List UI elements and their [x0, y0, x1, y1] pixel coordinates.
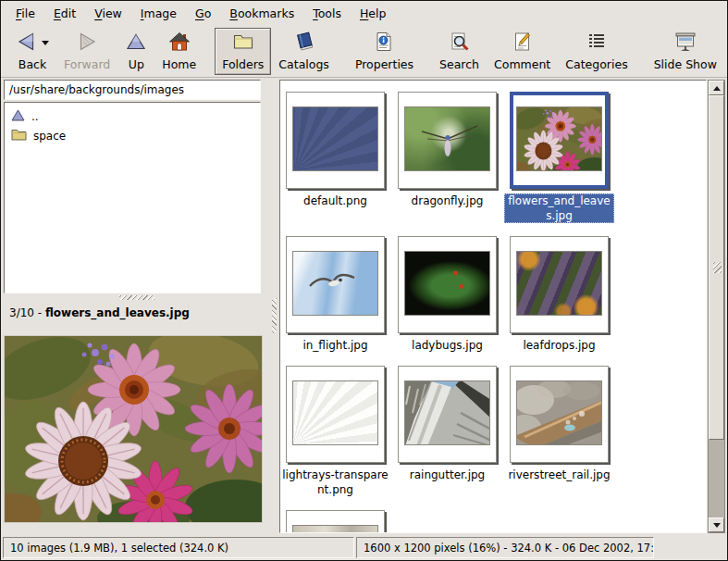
properties-label: Properties [355, 58, 413, 71]
thumbnail-label: flowers_and_leaves.jpg [504, 193, 614, 223]
arrow-up-icon [713, 86, 721, 91]
folders-button[interactable]: Folders [215, 28, 271, 75]
image-preview [4, 335, 263, 523]
thumbnail-in-flight[interactable]: in_flight.jpg [286, 236, 385, 353]
thumbnail-image-flowers [516, 106, 602, 171]
thumbnail-leafdrops[interactable]: leafdrops.jpg [510, 236, 609, 353]
folder-item-label: space [33, 130, 66, 143]
folder-icon [232, 31, 254, 56]
horizontal-splitter[interactable] [4, 293, 269, 302]
thumbnail-partial[interactable] [286, 510, 385, 533]
home-label: Home [162, 58, 196, 71]
menu-view[interactable]: View [85, 2, 131, 25]
info-separator: - [34, 306, 45, 319]
back-icon [16, 31, 38, 56]
forward-label: Forward [64, 58, 110, 71]
image-info-bar: 3/10 - flowers_and_leaves.jpg [4, 302, 269, 324]
thumbnail-image-ladybugs [404, 251, 490, 316]
thumbnail-label: dragonfly.jpg [392, 193, 502, 208]
comment-icon [512, 31, 534, 56]
full-screen-button[interactable]: Full Screen [724, 28, 728, 75]
home-button[interactable]: Home [154, 28, 204, 75]
thumbnail-image-raingutter [404, 380, 490, 445]
thumbnail-image-in-flight [292, 251, 378, 316]
vertical-splitter[interactable] [269, 78, 279, 535]
back-button[interactable]: Back [8, 28, 56, 75]
arrow-down-icon [713, 523, 721, 528]
status-image-details: 1600 x 1200 pixels (16%) - 324.0 K - 06 … [356, 537, 654, 558]
back-history-dropdown-icon[interactable] [42, 41, 49, 45]
menu-image[interactable]: Image [131, 2, 186, 25]
scrollbar-grip [713, 262, 722, 273]
thumbnail-view: default.png dragonfly.jpg flowers_and_le… [279, 80, 707, 533]
info-document-icon [373, 31, 395, 56]
thumbnail-label: ladybugs.jpg [392, 338, 502, 353]
menubar: File Edit View Image Go Bookmarks Tools … [1, 1, 727, 26]
folder-list: .. space [4, 102, 261, 293]
thumbnail-label: lightrays-transparent.png [280, 468, 390, 497]
thumbnail-image-lightrays [292, 380, 378, 445]
thumbnail-riverstreet-rail[interactable]: riverstreet_rail.jpg [510, 366, 609, 497]
thumbnail-grid: default.png dragonfly.jpg flowers_and_le… [286, 92, 706, 533]
folder-item-space[interactable]: space [6, 126, 258, 145]
up-button[interactable]: Up [117, 28, 154, 75]
menu-help[interactable]: Help [351, 2, 396, 25]
splitter-grip[interactable] [272, 298, 277, 333]
folder-item-label: .. [31, 110, 39, 123]
status-images-summary: 10 images (1.9 MB), 1 selected (324.0 K) [3, 537, 354, 558]
image-position: 3/10 [9, 306, 34, 319]
thumbnail-label: riverstreet_rail.jpg [504, 468, 614, 482]
thumbnail-raingutter[interactable]: raingutter.jpg [398, 366, 497, 497]
folder-item-parent[interactable]: .. [6, 106, 258, 126]
menu-bookmarks[interactable]: Bookmarks [220, 2, 303, 25]
categories-label: Categories [565, 58, 627, 71]
search-button[interactable]: Search [432, 28, 487, 75]
comment-button[interactable]: Comment [487, 28, 558, 75]
left-pane: /usr/share/backgrounds/images .. space [1, 78, 269, 535]
menu-tools[interactable]: Tools [303, 2, 351, 25]
properties-button[interactable]: Properties [348, 28, 421, 75]
thumbnail-ladybugs[interactable]: ladybugs.jpg [398, 236, 497, 353]
thumbnail-dragonfly[interactable]: dragonfly.jpg [398, 92, 497, 223]
thumbnail-label: in_flight.jpg [280, 338, 390, 353]
search-label: Search [439, 58, 479, 71]
scrollbar-thumb[interactable] [709, 95, 724, 440]
thumbnail-image-leafdrops [516, 251, 602, 316]
thumbnail-default[interactable]: default.png [286, 92, 385, 223]
catalogs-label: Catalogs [278, 58, 329, 71]
right-pane: default.png dragonfly.jpg flowers_and_le… [279, 78, 727, 535]
thumbnail-label: raingutter.jpg [392, 468, 502, 482]
thumbnail-image-riverstreet-rail [516, 380, 602, 445]
folders-label: Folders [222, 58, 264, 71]
scrollbar-track[interactable] [709, 95, 724, 517]
thumbnail-image-partial [292, 525, 378, 533]
scroll-down-button[interactable] [709, 517, 724, 532]
book-icon [293, 31, 315, 56]
thumbnail-image-dragonfly [404, 106, 490, 171]
thumbnail-flowers-and-leaves[interactable]: flowers_and_leaves.jpg [510, 92, 609, 223]
thumbnail-lightrays[interactable]: lightrays-transparent.png [286, 366, 385, 497]
thumbnail-image-default [292, 106, 378, 171]
slideshow-icon [673, 31, 697, 56]
thumbnail-label: leafdrops.jpg [504, 338, 614, 353]
location-path-input[interactable]: /usr/share/backgrounds/images [4, 80, 261, 100]
splitter-grip[interactable] [119, 295, 154, 300]
back-label: Back [19, 58, 46, 71]
up-directory-icon [11, 109, 25, 124]
catalogs-button[interactable]: Catalogs [271, 28, 337, 75]
gthumb-window: File Edit View Image Go Bookmarks Tools … [0, 0, 728, 561]
scroll-up-button[interactable] [709, 81, 724, 95]
search-icon [449, 31, 471, 56]
menu-file[interactable]: File [6, 2, 44, 25]
statusbar-filler [656, 537, 725, 558]
home-icon [168, 31, 191, 56]
categories-icon [586, 31, 608, 56]
categories-button[interactable]: Categories [558, 28, 635, 75]
menu-go[interactable]: Go [186, 2, 220, 25]
forward-button[interactable]: Forward [56, 28, 117, 75]
menu-edit[interactable]: Edit [44, 2, 85, 25]
vertical-scrollbar[interactable] [708, 80, 725, 533]
statusbar: 10 images (1.9 MB), 1 selected (324.0 K)… [1, 535, 727, 560]
up-icon [125, 31, 147, 56]
slide-show-button[interactable]: Slide Show [647, 28, 724, 75]
